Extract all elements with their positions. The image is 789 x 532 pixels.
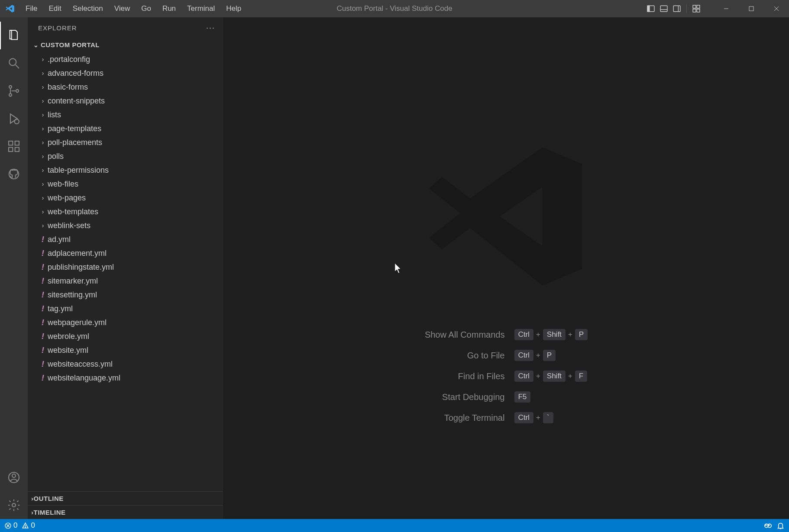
folder-label: lists <box>48 110 61 119</box>
activity-search-icon[interactable] <box>0 49 28 77</box>
window-maximize-icon[interactable] <box>739 0 764 17</box>
status-feedback-icon[interactable] <box>764 522 772 530</box>
folder-item[interactable]: ›weblink-sets <box>28 219 223 232</box>
window-minimize-icon[interactable] <box>714 0 739 17</box>
folder-item[interactable]: ›advanced-forms <box>28 66 223 80</box>
menu-selection[interactable]: Selection <box>67 0 109 17</box>
activity-run-debug-icon[interactable] <box>0 105 28 132</box>
status-notifications-icon[interactable] <box>776 522 785 530</box>
menu-terminal[interactable]: Terminal <box>181 0 220 17</box>
svg-rect-22 <box>9 141 13 145</box>
status-warnings[interactable]: 0 <box>22 521 35 530</box>
folder-label: table-permissions <box>48 166 109 175</box>
folder-label: page-templates <box>48 124 101 133</box>
shortcut-label: Go to File <box>425 351 505 361</box>
shortcut-label: Show All Commands <box>425 330 505 340</box>
file-item[interactable]: !ad.yml <box>28 232 223 246</box>
layout-sidebar-right-icon[interactable] <box>672 3 682 14</box>
chevron-right-icon: › <box>38 125 48 132</box>
file-tree: ›.portalconfig›advanced-forms›basic-form… <box>28 52 223 491</box>
explorer-more-icon[interactable]: ··· <box>206 23 215 32</box>
activity-accounts-icon[interactable] <box>0 464 28 491</box>
menu-edit[interactable]: Edit <box>43 0 67 17</box>
menu-help[interactable]: Help <box>220 0 247 17</box>
file-item[interactable]: !webpagerule.yml <box>28 316 223 329</box>
file-label: adplacement.yml <box>48 249 107 258</box>
folder-label: poll-placements <box>48 138 102 147</box>
chevron-right-icon: › <box>38 167 48 174</box>
menu-view[interactable]: View <box>109 0 136 17</box>
folder-label: web-pages <box>48 193 86 203</box>
file-item[interactable]: !publishingstate.yml <box>28 260 223 274</box>
file-item[interactable]: !websiteaccess.yml <box>28 357 223 371</box>
yaml-file-icon: ! <box>38 262 48 272</box>
yaml-file-icon: ! <box>38 318 48 327</box>
timeline-label: TIMELINE <box>34 509 66 516</box>
activity-source-control-icon[interactable] <box>0 77 28 105</box>
folder-item[interactable]: ›table-permissions <box>28 163 223 177</box>
activity-bar <box>0 17 28 519</box>
yaml-file-icon: ! <box>38 276 48 286</box>
window-title: Custom Portal - Visual Studio Code <box>336 4 452 13</box>
menu-go[interactable]: Go <box>136 0 157 17</box>
customize-layout-icon[interactable] <box>691 3 702 14</box>
project-section[interactable]: ⌄ CUSTOM PORTAL <box>28 38 223 52</box>
menu-file[interactable]: File <box>20 0 43 17</box>
activity-explorer-icon[interactable] <box>0 22 28 49</box>
folder-item[interactable]: ›polls <box>28 149 223 163</box>
status-errors[interactable]: 0 <box>4 521 17 530</box>
svg-rect-10 <box>697 9 700 12</box>
activity-extensions-icon[interactable] <box>0 132 28 160</box>
folder-item[interactable]: ›.portalconfig <box>28 52 223 66</box>
menu-run[interactable]: Run <box>157 0 181 17</box>
file-item[interactable]: !websitelanguage.yml <box>28 371 223 385</box>
file-item[interactable]: !sitemarker.yml <box>28 274 223 288</box>
keyboard-key: Ctrl <box>514 371 533 382</box>
svg-rect-2 <box>647 6 650 12</box>
welcome-shortcuts: Show All CommandsCtrl+Shift+PGo to FileC… <box>425 329 588 423</box>
svg-rect-9 <box>693 9 696 12</box>
file-label: publishingstate.yml <box>48 263 114 272</box>
keyboard-key: F5 <box>514 391 530 403</box>
activity-settings-gear-icon[interactable] <box>0 491 28 519</box>
explorer-title: EXPLORER <box>38 24 77 32</box>
chevron-right-icon: › <box>38 194 48 201</box>
file-label: webpagerule.yml <box>48 318 107 327</box>
svg-point-28 <box>12 474 16 477</box>
folder-item[interactable]: ›page-templates <box>28 122 223 135</box>
file-item[interactable]: !tag.yml <box>28 302 223 316</box>
chevron-right-icon: › <box>38 153 48 160</box>
folder-label: .portalconfig <box>48 55 90 64</box>
folder-item[interactable]: ›web-templates <box>28 205 223 219</box>
folder-item[interactable]: ›poll-placements <box>28 135 223 149</box>
file-item[interactable]: !sitesetting.yml <box>28 288 223 302</box>
svg-rect-5 <box>673 6 680 12</box>
shortcut-keys: Ctrl+Shift+P <box>514 329 588 340</box>
file-item[interactable]: !adplacement.yml <box>28 246 223 260</box>
folder-item[interactable]: ›lists <box>28 108 223 122</box>
menu-bar: File Edit Selection View Go Run Terminal… <box>20 0 247 17</box>
chevron-right-icon: › <box>38 84 48 90</box>
folder-item[interactable]: ›content-snippets <box>28 94 223 108</box>
folder-item[interactable]: ›web-pages <box>28 191 223 205</box>
folder-item[interactable]: ›basic-forms <box>28 80 223 94</box>
file-label: sitemarker.yml <box>48 277 98 286</box>
keyboard-key: Ctrl <box>514 412 533 423</box>
timeline-section[interactable]: › TIMELINE <box>28 505 223 519</box>
shortcut-keys: Ctrl+` <box>514 412 588 423</box>
project-name: CUSTOM PORTAL <box>41 41 100 48</box>
file-item[interactable]: !webrole.yml <box>28 329 223 343</box>
folder-item[interactable]: ›web-files <box>28 177 223 191</box>
folder-label: web-templates <box>48 207 98 216</box>
layout-panel-bottom-icon[interactable] <box>659 3 669 14</box>
keyboard-key: P <box>575 329 588 340</box>
svg-rect-8 <box>697 5 700 8</box>
svg-point-37 <box>766 525 766 526</box>
file-item[interactable]: !website.yml <box>28 343 223 357</box>
window-close-icon[interactable] <box>764 0 789 17</box>
outline-section[interactable]: › OUTLINE <box>28 491 223 505</box>
layout-sidebar-left-icon[interactable] <box>646 3 656 14</box>
activity-github-icon[interactable] <box>0 160 28 188</box>
shortcut-keys: F5 <box>514 391 588 403</box>
chevron-right-icon: › <box>38 222 48 229</box>
